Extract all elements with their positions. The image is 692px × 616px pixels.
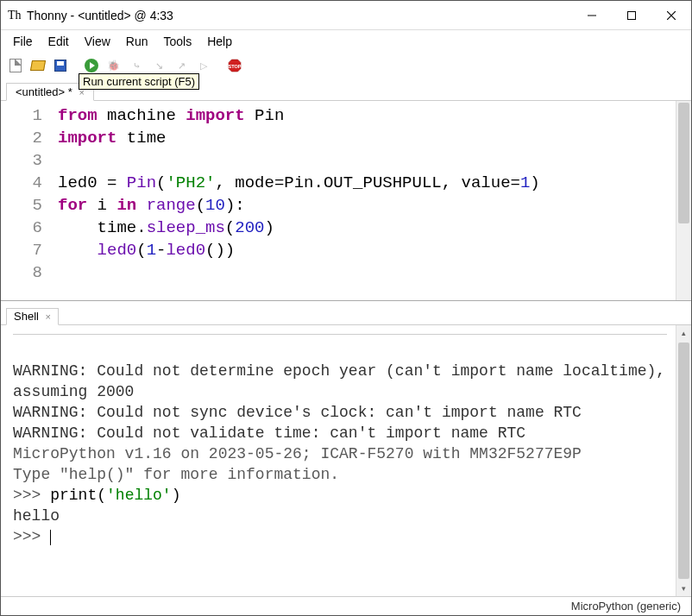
step-into-button[interactable]: ↘ xyxy=(149,56,168,75)
scroll-down-icon[interactable]: ▾ xyxy=(676,581,691,596)
step-out-icon: ↗ xyxy=(174,59,188,72)
close-icon xyxy=(667,11,676,20)
step-over-button[interactable]: ⤷ xyxy=(127,56,146,75)
scrollbar-thumb[interactable] xyxy=(678,103,689,223)
line-number: 2 xyxy=(1,127,42,149)
menu-edit[interactable]: Edit xyxy=(41,33,76,50)
resume-button[interactable]: ▷ xyxy=(194,56,213,75)
shell-line[interactable]: >>> xyxy=(13,526,667,547)
scrollbar-thumb[interactable] xyxy=(678,343,689,579)
close-shell-icon[interactable]: × xyxy=(46,311,51,322)
shell-rule xyxy=(13,334,667,335)
shell-cursor xyxy=(50,530,51,545)
code-line[interactable] xyxy=(58,261,669,284)
line-number: 5 xyxy=(1,194,42,217)
code-line[interactable]: for i in range(10): xyxy=(58,194,669,217)
shell-output[interactable]: WARNING: Could not determine epoch year … xyxy=(1,325,676,596)
line-number: 6 xyxy=(1,217,42,239)
svg-text:STOP: STOP xyxy=(229,64,242,69)
shell-line: WARNING: Could not sync device's clock: … xyxy=(13,402,667,423)
editor-area: 12345678 from machine import Pinimport t… xyxy=(1,101,691,301)
run-tooltip: Run current script (F5) xyxy=(79,73,199,90)
new-file-button[interactable] xyxy=(6,56,25,75)
run-icon xyxy=(85,59,98,72)
open-file-button[interactable] xyxy=(28,56,47,75)
maximize-icon xyxy=(627,11,636,20)
code-line[interactable] xyxy=(58,149,669,172)
shell-tabs: Shell × xyxy=(1,305,691,325)
shell-line: MicroPython v1.16 on 2023-05-26; ICAR-F5… xyxy=(13,443,667,464)
menu-run[interactable]: Run xyxy=(119,33,155,50)
stop-button[interactable]: STOP xyxy=(225,56,244,75)
save-file-button[interactable] xyxy=(51,56,70,75)
shell-tab-label: Shell xyxy=(14,310,39,323)
line-number: 8 xyxy=(1,261,42,284)
debug-icon xyxy=(107,59,121,72)
minimize-icon xyxy=(588,11,596,20)
menu-tools[interactable]: Tools xyxy=(156,33,198,50)
step-over-icon: ⤷ xyxy=(129,59,143,72)
shell-line: WARNING: Could not validate time: can't … xyxy=(13,423,667,443)
menu-help[interactable]: Help xyxy=(200,33,239,50)
close-button[interactable] xyxy=(651,2,691,29)
code-line[interactable]: led0 = Pin('PH2', mode=Pin.OUT_PUSHPULL,… xyxy=(58,172,669,194)
code-line[interactable]: time.sleep_ms(200) xyxy=(58,217,669,239)
menu-file[interactable]: File xyxy=(6,33,40,50)
shell-area: WARNING: Could not determine epoch year … xyxy=(1,325,691,596)
code-editor[interactable]: from machine import Pinimport time led0 … xyxy=(51,101,676,300)
shell-line: WARNING: Could not determine epoch year … xyxy=(13,361,667,402)
editor-tab-label: <untitled> * xyxy=(16,85,72,98)
save-icon xyxy=(54,60,66,72)
line-number: 1 xyxy=(1,104,42,127)
scroll-up-icon[interactable]: ▴ xyxy=(676,325,691,341)
line-number: 3 xyxy=(1,149,42,172)
toolbar: ⤷ ↘ ↗ ▷ STOP Run current script (F5) xyxy=(1,53,691,79)
open-folder-icon xyxy=(30,60,46,71)
interpreter-label[interactable]: MicroPython (generic) xyxy=(571,600,681,613)
stop-icon: STOP xyxy=(228,59,242,72)
title-bar: Th Thonny - <untitled> @ 4:33 xyxy=(1,1,691,30)
run-script-button[interactable] xyxy=(82,56,101,75)
shell-tab[interactable]: Shell × xyxy=(6,308,59,325)
line-number: 7 xyxy=(1,239,42,261)
step-out-button[interactable]: ↗ xyxy=(172,56,191,75)
step-into-icon: ↘ xyxy=(152,59,166,72)
code-line[interactable]: import time xyxy=(58,127,669,149)
code-line[interactable]: led0(1-led0()) xyxy=(58,239,669,261)
debug-button[interactable] xyxy=(104,56,123,75)
resume-icon: ▷ xyxy=(197,59,211,72)
editor-gutter: 12345678 xyxy=(1,101,51,300)
shell-line: Type "help()" for more information. xyxy=(13,464,667,485)
window-title: Thonny - <untitled> @ 4:33 xyxy=(27,9,173,22)
shell-line: hello xyxy=(13,506,667,526)
line-number: 4 xyxy=(1,172,42,194)
shell-scrollbar[interactable]: ▴ ▾ xyxy=(676,325,691,596)
menu-bar: FileEditViewRunToolsHelp xyxy=(1,30,691,53)
new-file-icon xyxy=(9,59,22,72)
svg-rect-1 xyxy=(628,11,636,19)
code-line[interactable]: from machine import Pin xyxy=(58,104,669,127)
editor-scrollbar[interactable] xyxy=(676,101,691,300)
minimize-button[interactable] xyxy=(572,2,612,29)
shell-line: >>> print('hello') xyxy=(13,485,667,506)
app-icon: Th xyxy=(8,9,22,22)
maximize-button[interactable] xyxy=(612,2,651,29)
menu-view[interactable]: View xyxy=(78,33,117,50)
status-bar: MicroPython (generic) xyxy=(1,596,691,615)
